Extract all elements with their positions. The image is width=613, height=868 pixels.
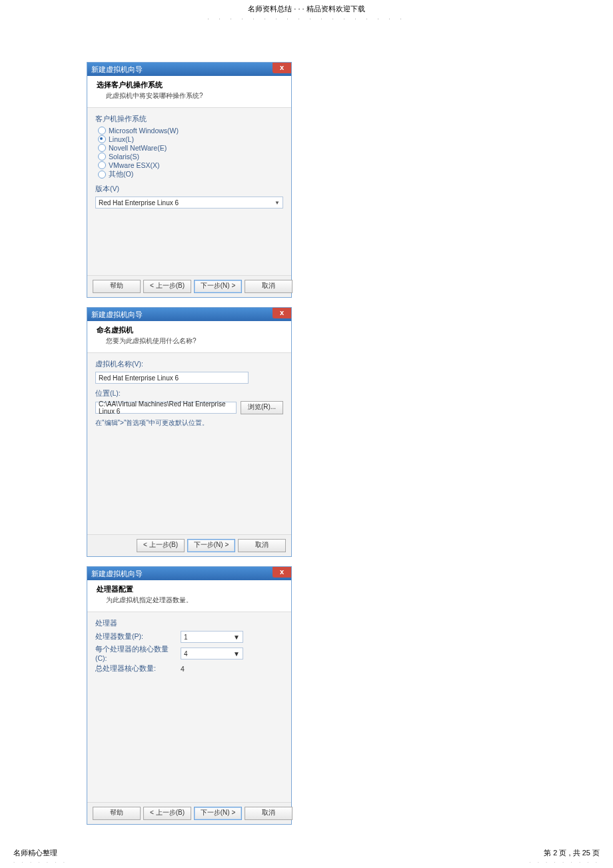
titlebar: 新建虚拟机向导 x bbox=[87, 308, 291, 321]
radio-netware[interactable]: Novell NetWare(E) bbox=[98, 144, 283, 152]
chevron-down-icon: ▼ bbox=[275, 200, 280, 206]
radio-label: Microsoft Windows(W) bbox=[109, 127, 179, 135]
chevron-down-icon: ▼ bbox=[233, 650, 240, 657]
radio-solaris[interactable]: Solaris(S) bbox=[98, 153, 283, 161]
footer-right: 第 2 页 , 共 25 页 bbox=[529, 848, 600, 858]
processor-section-label: 处理器 bbox=[95, 619, 283, 628]
proc-count-label: 处理器数量(P): bbox=[95, 632, 175, 642]
os-group-label: 客户机操作系统 bbox=[95, 115, 283, 124]
radio-label: 其他(O) bbox=[109, 170, 133, 179]
vm-name-value: Red Hat Enterprise Linux 6 bbox=[99, 374, 179, 382]
total-cores-value: 4 bbox=[181, 665, 185, 673]
radio-other[interactable]: 其他(O) bbox=[98, 170, 283, 179]
page-header: 名师资料总结 · · · 精品资料欢迎下载 · · · · · · · · · … bbox=[0, 4, 613, 22]
dialog-select-guest-os: 新建虚拟机向导 x 选择客户机操作系统 此虚拟机中将安装哪种操作系统? 客户机操… bbox=[87, 62, 292, 298]
vm-name-input[interactable]: Red Hat Enterprise Linux 6 bbox=[95, 372, 249, 384]
version-label: 版本(V) bbox=[95, 185, 283, 194]
window-title: 新建虚拟机向导 bbox=[91, 65, 143, 73]
version-combo[interactable]: Red Hat Enterprise Linux 6 ▼ bbox=[95, 197, 283, 209]
window-title: 新建虚拟机向导 bbox=[91, 310, 143, 318]
chevron-down-icon: ▼ bbox=[233, 634, 240, 641]
cancel-button[interactable]: 取消 bbox=[238, 539, 286, 552]
window-title: 新建虚拟机向导 bbox=[91, 570, 143, 578]
wizard-footer: < 上一步(B) 下一步(N) > 取消 bbox=[87, 534, 291, 556]
wizard-subtitle: 您要为此虚拟机使用什么名称? bbox=[106, 336, 285, 346]
proc-count-value: 1 bbox=[184, 634, 188, 641]
wizard-title: 命名虚拟机 bbox=[97, 325, 285, 335]
wizard-title: 选择客户机操作系统 bbox=[97, 80, 285, 90]
cores-per-proc-combo[interactable]: 4 ▼ bbox=[181, 648, 243, 659]
back-button[interactable]: < 上一步(B) bbox=[143, 280, 191, 293]
header-dots: · · · · · · · · · · · · · · · · · · bbox=[0, 15, 613, 22]
wizard-header: 命名虚拟机 您要为此虚拟机使用什么名称? bbox=[87, 321, 291, 353]
page-footer: 名师精心整理 · · · · · · · 第 2 页 , 共 25 页 · · … bbox=[0, 821, 613, 865]
footer-dots-right: · · · · · · · · · bbox=[529, 859, 600, 865]
next-button[interactable]: 下一步(N) > bbox=[194, 807, 242, 820]
radio-label: VMware ESX(X) bbox=[109, 161, 159, 169]
dialog-processor-config: 新建虚拟机向导 x 处理器配置 为此虚拟机指定处理器数量。 处理器 处理器数量(… bbox=[87, 566, 292, 825]
cores-per-proc-label: 每个处理器的核心数量(C): bbox=[95, 645, 175, 662]
radio-linux[interactable]: Linux(L) bbox=[98, 135, 283, 143]
header-title: 名师资料总结 · · · 精品资料欢迎下载 bbox=[0, 4, 613, 14]
radio-label: Linux(L) bbox=[109, 135, 134, 143]
os-radio-group: Microsoft Windows(W) Linux(L) Novell Net… bbox=[98, 127, 283, 179]
titlebar: 新建虚拟机向导 x bbox=[87, 63, 291, 76]
radio-label: Solaris(S) bbox=[109, 153, 139, 161]
radio-label: Novell NetWare(E) bbox=[109, 144, 167, 152]
location-label: 位置(L): bbox=[95, 389, 283, 398]
back-button[interactable]: < 上一步(B) bbox=[137, 539, 185, 552]
vm-name-label: 虚拟机名称(V): bbox=[95, 360, 283, 369]
dialog-name-vm: 新建虚拟机向导 x 命名虚拟机 您要为此虚拟机使用什么名称? 虚拟机名称(V):… bbox=[87, 307, 292, 557]
close-icon[interactable]: x bbox=[273, 308, 291, 318]
version-value: Red Hat Enterprise Linux 6 bbox=[99, 199, 179, 207]
wizard-footer: 帮助 < 上一步(B) 下一步(N) > 取消 bbox=[87, 275, 291, 297]
help-button[interactable]: 帮助 bbox=[93, 807, 141, 820]
browse-button[interactable]: 浏览(R)... bbox=[241, 401, 283, 414]
close-icon[interactable]: x bbox=[273, 567, 291, 578]
wizard-subtitle: 为此虚拟机指定处理器数量。 bbox=[106, 596, 285, 605]
location-tip: 在"编辑">"首选项"中可更改默认位置。 bbox=[95, 418, 283, 428]
location-input[interactable]: C:\AA\Virtual Machines\Red Hat Enterpris… bbox=[95, 402, 237, 414]
wizard-header: 处理器配置 为此虚拟机指定处理器数量。 bbox=[87, 580, 291, 612]
cancel-button[interactable]: 取消 bbox=[245, 280, 293, 293]
cores-value: 4 bbox=[184, 650, 188, 657]
total-cores-label: 总处理器核心数量: bbox=[95, 664, 175, 673]
radio-windows[interactable]: Microsoft Windows(W) bbox=[98, 127, 283, 135]
footer-dots-left: · · · · · · · bbox=[13, 859, 67, 865]
proc-count-combo[interactable]: 1 ▼ bbox=[181, 631, 243, 643]
close-icon[interactable]: x bbox=[273, 63, 291, 73]
next-button[interactable]: 下一步(N) > bbox=[194, 280, 242, 293]
back-button[interactable]: < 上一步(B) bbox=[143, 807, 191, 820]
footer-left: 名师精心整理 bbox=[13, 848, 67, 858]
wizard-title: 处理器配置 bbox=[97, 584, 285, 594]
help-button[interactable]: 帮助 bbox=[93, 280, 141, 293]
location-value: C:\AA\Virtual Machines\Red Hat Enterpris… bbox=[99, 400, 233, 415]
wizard-header: 选择客户机操作系统 此虚拟机中将安装哪种操作系统? bbox=[87, 76, 291, 108]
cancel-button[interactable]: 取消 bbox=[245, 807, 293, 820]
next-button[interactable]: 下一步(N) > bbox=[187, 539, 235, 552]
wizard-subtitle: 此虚拟机中将安装哪种操作系统? bbox=[106, 91, 285, 101]
radio-esx[interactable]: VMware ESX(X) bbox=[98, 161, 283, 169]
titlebar: 新建虚拟机向导 x bbox=[87, 567, 291, 580]
